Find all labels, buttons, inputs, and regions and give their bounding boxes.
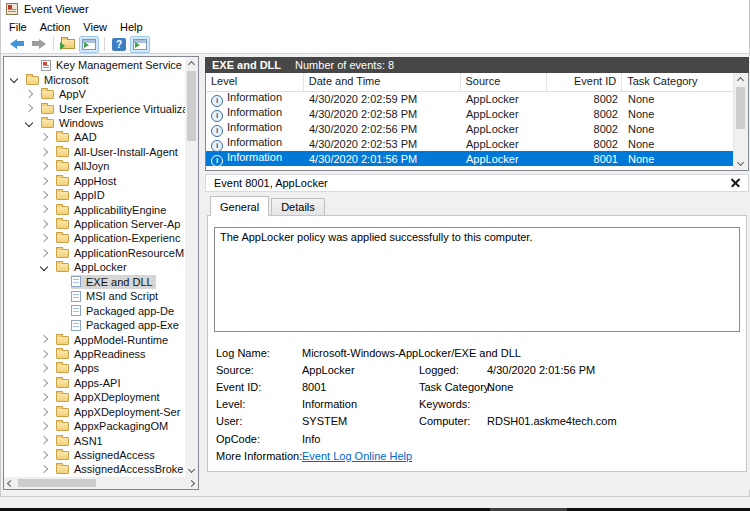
expand-chevron-icon[interactable] <box>40 422 48 430</box>
event-row[interactable]: Information4/30/2020 2:01:56 PMAppLocker… <box>206 151 734 166</box>
event-row[interactable]: Information4/30/2020 2:02:58 PMAppLocker… <box>206 106 734 121</box>
column-header-date-and-time[interactable]: Date and Time <box>304 73 461 91</box>
tree-node[interactable]: User Experience Virtualiza <box>41 101 185 115</box>
event-row[interactable]: Information4/30/2020 2:02:53 PMAppLocker… <box>206 136 734 151</box>
help-button[interactable] <box>109 36 129 53</box>
collapse-chevron-icon[interactable] <box>25 119 33 127</box>
column-header-task-category[interactable]: Task Category <box>622 73 734 91</box>
tree-item[interactable]: AppV <box>5 87 185 101</box>
tree-item[interactable]: Key Management Service <box>5 58 185 72</box>
event-row[interactable]: Information4/30/2020 2:02:56 PMAppLocker… <box>206 121 734 136</box>
scrollbar-thumb[interactable] <box>18 479 96 487</box>
tree-node[interactable]: AllJoyn <box>56 159 109 173</box>
tree-item[interactable]: EXE and DLL <box>5 275 185 289</box>
tree-vertical-scrollbar[interactable] <box>185 57 198 477</box>
expand-chevron-icon[interactable] <box>40 234 48 242</box>
scroll-right-icon[interactable] <box>188 480 195 487</box>
close-preview-button[interactable] <box>731 177 740 189</box>
list-vertical-scrollbar[interactable] <box>733 73 748 170</box>
tree-node[interactable]: AppID <box>56 188 105 202</box>
expand-chevron-icon[interactable] <box>25 104 33 112</box>
scroll-down-icon[interactable] <box>188 466 195 473</box>
tree-item[interactable]: AppXDeployment-Ser <box>5 405 185 419</box>
tree-item[interactable]: AppReadiness <box>5 347 185 361</box>
expand-chevron-icon[interactable] <box>40 220 48 228</box>
tree-item[interactable]: Application-Experienc <box>5 231 185 245</box>
tree-item[interactable]: AppxPackagingOM <box>5 419 185 433</box>
tree-item[interactable]: ApplicationResourceM <box>5 246 185 260</box>
tree-node[interactable]: AppXDeployment <box>56 390 160 404</box>
tree-node[interactable]: AssignedAccessBroke <box>56 462 183 476</box>
tree-item[interactable]: AppID <box>5 188 185 202</box>
tree-node[interactable]: AppModel-Runtime <box>56 332 168 346</box>
expand-chevron-icon[interactable] <box>40 364 48 372</box>
tree-item[interactable]: AssignedAccessBroke <box>5 462 185 476</box>
tree-item[interactable]: User Experience Virtualiza <box>5 101 185 115</box>
tree-item[interactable]: AAD <box>5 130 185 144</box>
tree-node[interactable]: ApplicationResourceM <box>56 246 184 260</box>
expand-chevron-icon[interactable] <box>40 191 48 199</box>
scroll-left-icon[interactable] <box>7 480 14 487</box>
back-button[interactable] <box>7 36 27 53</box>
action-pane-toggle-button[interactable] <box>130 36 150 53</box>
expand-chevron-icon[interactable] <box>40 393 48 401</box>
tree-horizontal-scrollbar[interactable] <box>4 477 198 489</box>
tree-node[interactable]: Packaged app-Exe <box>71 318 179 332</box>
tree-item[interactable]: MSI and Script <box>5 289 185 303</box>
tree-item[interactable]: Windows <box>5 116 185 130</box>
tree-item[interactable]: AppLocker <box>5 260 185 274</box>
tree-item[interactable]: ApplicabilityEngine <box>5 202 185 216</box>
expand-chevron-icon[interactable] <box>25 90 33 98</box>
create-custom-view-button[interactable] <box>79 36 99 53</box>
tree-node[interactable]: Application Server-Ap <box>56 217 180 231</box>
expand-chevron-icon[interactable] <box>40 407 48 415</box>
expand-chevron-icon[interactable] <box>40 248 48 256</box>
tree-node[interactable]: AppHost <box>56 174 116 188</box>
expand-chevron-icon[interactable] <box>40 451 48 459</box>
tree-node[interactable]: Application-Experienc <box>56 231 180 245</box>
tree-item[interactable]: AppHost <box>5 174 185 188</box>
open-saved-log-button[interactable] <box>58 36 78 53</box>
event-log-online-help-link[interactable]: Event Log Online Help <box>302 450 740 462</box>
expand-chevron-icon[interactable] <box>40 176 48 184</box>
tree-item[interactable]: Packaged app-Exe <box>5 318 185 332</box>
collapse-chevron-icon[interactable] <box>40 263 48 271</box>
tree-node[interactable]: AssignedAccess <box>56 448 155 462</box>
event-row[interactable]: Information4/30/2020 2:02:59 PMAppLocker… <box>206 91 734 106</box>
tree-item[interactable]: Microsoft <box>5 72 185 86</box>
expand-chevron-icon[interactable] <box>40 465 48 473</box>
tree-item[interactable]: ASN1 <box>5 433 185 447</box>
tree-node[interactable]: Key Management Service <box>41 58 182 72</box>
tree-node[interactable]: Apps <box>56 361 99 375</box>
expand-chevron-icon[interactable] <box>40 335 48 343</box>
tree-node[interactable]: AppV <box>41 87 86 101</box>
expand-chevron-icon[interactable] <box>40 378 48 386</box>
expand-chevron-icon[interactable] <box>40 147 48 155</box>
expand-chevron-icon[interactable] <box>40 133 48 141</box>
tree-node[interactable]: Windows <box>41 116 104 130</box>
expand-chevron-icon[interactable] <box>40 205 48 213</box>
expand-chevron-icon[interactable] <box>40 350 48 358</box>
tree-item[interactable]: AssignedAccess <box>5 448 185 462</box>
tree-node[interactable]: Packaged app-De <box>71 303 174 317</box>
tree-node[interactable]: AppLocker <box>56 260 127 274</box>
column-header-level[interactable]: Level <box>206 73 304 91</box>
tree-node[interactable]: Microsoft <box>26 72 89 86</box>
expand-chevron-icon[interactable] <box>40 162 48 170</box>
tree-item[interactable]: Packaged app-De <box>5 303 185 317</box>
tree-item[interactable]: All-User-Install-Agent <box>5 145 185 159</box>
scroll-up-icon[interactable] <box>188 61 195 68</box>
tree-item[interactable]: Apps <box>5 361 185 375</box>
tab-general[interactable]: General <box>210 196 269 216</box>
forward-button[interactable] <box>28 36 48 53</box>
tree-item[interactable]: Apps-API <box>5 376 185 390</box>
tree-node[interactable]: AppxPackagingOM <box>56 419 168 433</box>
scroll-down-icon[interactable] <box>737 159 744 166</box>
tree-item[interactable]: Application Server-Ap <box>5 217 185 231</box>
column-header-source[interactable]: Source <box>461 73 548 91</box>
scroll-up-icon[interactable] <box>737 77 744 84</box>
menu-item-action[interactable]: Action <box>40 21 71 33</box>
tab-details[interactable]: Details <box>271 198 325 216</box>
column-header-event-id[interactable]: Event ID <box>547 73 622 91</box>
menu-item-help[interactable]: Help <box>120 21 143 33</box>
